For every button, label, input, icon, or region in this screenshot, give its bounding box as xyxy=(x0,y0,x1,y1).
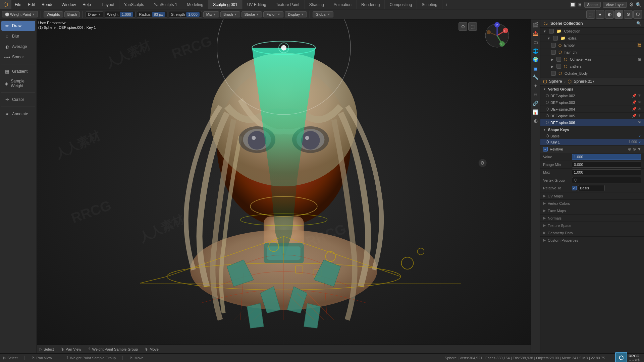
tool-blur[interactable]: ○ Blur xyxy=(1,31,35,41)
shape-keys-header[interactable]: ▼ Shape Keys xyxy=(540,126,644,133)
extra-checkbox[interactable] xyxy=(553,36,558,41)
vertex-group-input[interactable]: ⬡ xyxy=(572,177,641,183)
tool-sample-weight[interactable]: ◈ Sample Weight xyxy=(1,77,35,90)
vg-pin3[interactable]: 📌 xyxy=(632,107,637,111)
filter-icon-right[interactable]: 🔍 xyxy=(636,21,641,26)
shading-render[interactable]: ⬤ xyxy=(614,10,623,19)
menu-window[interactable]: Window xyxy=(58,0,79,9)
rel-tool2[interactable]: ⊗ xyxy=(633,147,636,152)
strength-input[interactable]: 1.000 xyxy=(186,12,200,17)
scene-item-hairch[interactable]: ⬡ hair_ch_ xyxy=(540,49,644,56)
viewport[interactable]: 人人素材 RRCG 人人素材 RRCG 人人素材 RRCG 人人素材 RRCG xyxy=(37,19,531,353)
v-icon-physics[interactable]: ⚛ xyxy=(532,90,540,99)
falloff-btn[interactable]: Falloff ▼ xyxy=(263,11,283,17)
draw-field[interactable]: Draw ▼ xyxy=(86,11,103,17)
tool-smear[interactable]: ⟿ Smear xyxy=(1,52,35,62)
vg-item-spine005[interactable]: ⬡ DEF-spine.005 📌 👁 xyxy=(540,113,644,119)
vg-eye5[interactable]: 👁 xyxy=(638,120,641,125)
vg-item-spine006[interactable]: ⬡ DEF-spine.006 ⋯ 👁 xyxy=(540,119,644,126)
sk-key1[interactable]: ⬡ Key 1 1.000 ✓ xyxy=(540,139,644,145)
vg-item-spine003[interactable]: ⬡ DEF-spine.003 📌 👁 xyxy=(540,99,644,106)
uv-maps-section[interactable]: ▶ UV Maps xyxy=(540,192,644,200)
tool-annotate[interactable]: ✒ Annotate xyxy=(1,109,35,119)
overlay-toggle[interactable]: ⊙ xyxy=(459,22,467,31)
scene-item-cntllers[interactable]: ▶ ⬡ cntllers xyxy=(540,63,644,70)
stroke-btn[interactable]: Stroke ▼ xyxy=(241,11,262,17)
value-input[interactable]: 1.000 xyxy=(572,154,641,160)
vg-pin5[interactable]: ⋯ xyxy=(633,120,637,125)
rel-tool1[interactable]: ⊕ xyxy=(628,147,631,152)
shading-material[interactable]: ◐ xyxy=(605,10,614,19)
relative-to-checkbox[interactable]: ✓ xyxy=(572,186,577,190)
empty-checkbox[interactable] xyxy=(551,43,556,48)
v-icon-world[interactable]: 🌍 xyxy=(532,56,540,64)
tab-layout[interactable]: Layout xyxy=(98,0,119,9)
vg-item-spine002[interactable]: ⬡ DEF-spine.002 📌 👁 xyxy=(540,93,644,99)
tab-modeling[interactable]: Modeling xyxy=(182,0,208,9)
radius-input[interactable]: 83 px xyxy=(152,12,165,17)
menu-file[interactable]: File xyxy=(11,0,24,9)
ochakehair-checkbox[interactable] xyxy=(556,57,561,62)
gizmo-btn[interactable]: ⬡ xyxy=(633,10,642,19)
vg-pin[interactable]: 📌 xyxy=(632,94,637,98)
tab-uv-editing[interactable]: UV Editing xyxy=(243,0,271,9)
tab-scripting[interactable]: Scripting xyxy=(417,0,442,9)
tab-compositing[interactable]: Compositing xyxy=(385,0,417,9)
face-maps-section[interactable]: ▶ Face Maps xyxy=(540,207,644,215)
vertex-colors-section[interactable]: ▶ Vertex Colors xyxy=(540,200,644,207)
scene-item-extra[interactable]: ▼ 📁 extra xyxy=(540,35,644,42)
mix-selector[interactable]: Mix ▼ xyxy=(203,11,219,17)
normals-section[interactable]: ▶ Normals xyxy=(540,215,644,222)
ochakebody-checkbox[interactable] xyxy=(551,71,556,76)
gear-icon[interactable]: ⚙ xyxy=(629,1,634,8)
tool-gradient[interactable]: ▦ Gradient xyxy=(1,66,35,76)
scene-item-empty[interactable]: ◇ Empty ⛓ xyxy=(540,42,644,49)
v-icon-constraints[interactable]: 🔗 xyxy=(532,99,540,107)
v-icon-object[interactable]: ▣ xyxy=(532,64,540,72)
scene-item-collection[interactable]: ▼ 📁 Collection xyxy=(540,28,644,35)
tool-average[interactable]: ◐ Average xyxy=(1,42,35,52)
geometry-data-section[interactable]: ▶ Geometry Data xyxy=(540,229,644,237)
vg-eye4[interactable]: 👁 xyxy=(638,114,641,118)
sk-basis-check[interactable]: ✓ xyxy=(638,134,641,138)
cntllers-checkbox[interactable] xyxy=(556,64,561,69)
vg-pin4[interactable]: 📌 xyxy=(632,114,637,118)
rel-tool3[interactable]: ▼ xyxy=(637,147,641,152)
range-min-input[interactable]: 0.000 xyxy=(572,162,641,168)
tab-yansculpts1[interactable]: YanSculpts 1 xyxy=(149,0,182,9)
scene-item-ochakehair[interactable]: ▶ ⬡ Ochake_Hair ▣ xyxy=(540,56,644,63)
v-icon-modifier[interactable]: 🔧 xyxy=(532,73,540,81)
max-input[interactable]: 1.000 xyxy=(572,169,641,175)
global-selector[interactable]: Global ▼ xyxy=(313,11,333,17)
v-icon-view[interactable]: 🗂 xyxy=(532,38,540,46)
scene-item-ochakebody[interactable]: ⬡ Ochake_Body xyxy=(540,70,644,77)
v-icon-scene[interactable]: 🌐 xyxy=(532,47,540,55)
v-icon-particles[interactable]: ✦ xyxy=(532,82,540,90)
brush-btn[interactable]: Brush ▼ xyxy=(220,11,240,17)
v-icon-data[interactable]: 📊 xyxy=(532,108,540,116)
menu-render[interactable]: Render xyxy=(38,0,58,9)
hairch-checkbox[interactable] xyxy=(551,50,556,55)
sk-basis[interactable]: ⬡ Basis ✓ xyxy=(540,133,644,139)
view-layer-btn[interactable]: View Layer xyxy=(603,2,627,8)
menu-edit[interactable]: Edit xyxy=(24,0,38,9)
tab-rendering[interactable]: Rendering xyxy=(357,0,385,9)
tab-animation[interactable]: Animation xyxy=(329,0,357,9)
overlay-btn[interactable]: ⊙ xyxy=(624,10,633,19)
v-icon-material[interactable]: ◐ xyxy=(532,117,540,125)
display-btn[interactable]: Display ▼ xyxy=(285,11,307,17)
custom-properties-section[interactable]: ▶ Custom Properties xyxy=(540,237,644,244)
v-icon-output[interactable]: 📤 xyxy=(532,29,540,38)
sk-key1-check[interactable]: ✓ xyxy=(638,140,641,144)
vg-eye2[interactable]: 👁 xyxy=(638,100,641,105)
shading-solid[interactable]: ● xyxy=(596,10,604,19)
scene-btn[interactable]: Scene xyxy=(584,2,601,8)
menu-help[interactable]: Help xyxy=(79,0,94,9)
vertex-groups-header[interactable]: ▼ Vertex Groups xyxy=(540,86,644,93)
vg-pin2[interactable]: 📌 xyxy=(632,100,637,105)
filter-icon[interactable]: 🔍 xyxy=(636,2,641,7)
add-workspace-tab[interactable]: + xyxy=(442,2,450,7)
brush-menu[interactable]: Brush xyxy=(64,11,80,17)
mode-selector[interactable]: ⬤ Weight Paint ▼ xyxy=(2,11,38,17)
relative-to-value[interactable]: Basis xyxy=(578,185,605,191)
